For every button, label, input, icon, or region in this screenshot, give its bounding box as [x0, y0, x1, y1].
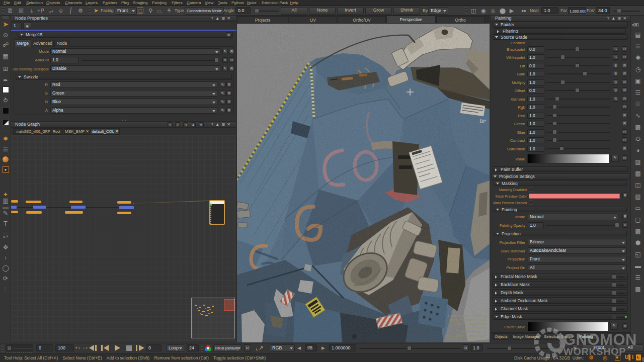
svg-text:Paint Buffer Zoom: 151%: Paint Buffer Zoom: 151% [445, 334, 487, 338]
